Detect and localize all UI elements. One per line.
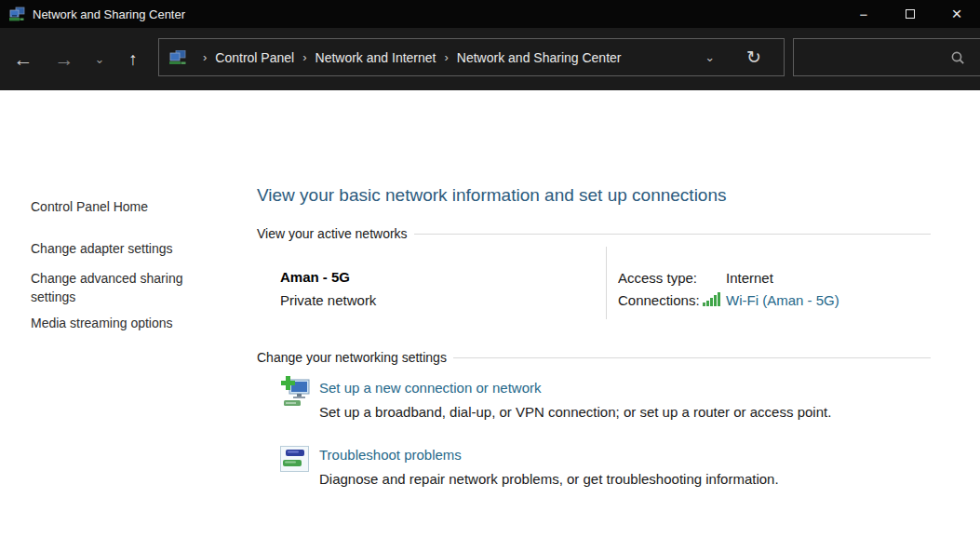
network-details-divider	[606, 247, 607, 319]
active-networks-section-header: View your active networks	[257, 226, 931, 241]
section-rule	[453, 357, 931, 358]
new-connection-icon[interactable]	[278, 375, 312, 409]
access-type-label: Access type:	[618, 270, 697, 286]
title-bar: Network and Sharing Center − ×	[0, 0, 980, 28]
recent-locations-button[interactable]: ⌄	[87, 28, 112, 90]
breadcrumb-separator-icon: ›	[203, 50, 207, 64]
network-type: Private network	[280, 292, 376, 308]
back-button[interactable]: ←	[7, 28, 39, 90]
forward-icon: →	[55, 48, 74, 71]
navigation-bar: ← → ⌄ ↑ › Control Panel › Network and In…	[0, 28, 980, 90]
networking-settings-label: Change your networking settings	[257, 350, 447, 365]
section-rule	[414, 234, 931, 235]
content-area: Control Panel Home Change adapter settin…	[0, 90, 980, 538]
up-button[interactable]: ↑	[117, 28, 149, 90]
chevron-down-icon: ⌄	[705, 50, 715, 64]
network-app-icon	[9, 7, 25, 22]
chevron-down-icon: ⌄	[95, 52, 105, 66]
troubleshoot-problems-description: Diagnose and repair network problems, or…	[319, 471, 779, 487]
maximize-icon	[906, 9, 915, 19]
close-icon: ×	[951, 4, 961, 24]
sidebar-item-change-advanced-sharing-settings[interactable]: Change advanced sharing settings	[31, 269, 196, 306]
wifi-connection-link[interactable]: Wi-Fi (Aman - 5G)	[726, 292, 839, 308]
sidebar-item-media-streaming-options[interactable]: Media streaming options	[31, 316, 217, 330]
sidebar-item-change-adapter-settings[interactable]: Change adapter settings	[31, 241, 217, 256]
minimize-button[interactable]: −	[840, 0, 887, 28]
forward-button[interactable]: →	[48, 28, 80, 90]
window-title: Network and Sharing Center	[33, 7, 185, 21]
network-name: Aman - 5G	[280, 269, 350, 285]
sidebar-item-control-panel-home[interactable]: Control Panel Home	[31, 199, 217, 214]
network-sharing-center-window: Network and Sharing Center − × ← → ⌄ ↑ ›…	[0, 0, 980, 538]
setup-new-connection-link[interactable]: Set up a new connection or network	[319, 380, 541, 396]
breadcrumb-network-and-sharing-center[interactable]: Network and Sharing Center	[457, 50, 622, 65]
window-controls: − ×	[840, 0, 980, 28]
breadcrumb-separator-icon: ›	[444, 50, 448, 64]
connections-label: Connections:	[618, 292, 700, 308]
maximize-button[interactable]	[887, 0, 933, 28]
breadcrumb-network-and-internet[interactable]: Network and Internet	[315, 50, 436, 65]
breadcrumb-control-panel[interactable]: Control Panel	[215, 50, 294, 65]
page-title: View your basic network information and …	[257, 185, 726, 206]
address-bar[interactable]: › Control Panel › Network and Internet ›…	[158, 38, 785, 76]
address-dropdown-button[interactable]: ⌄	[705, 50, 715, 64]
up-icon: ↑	[128, 49, 138, 70]
wifi-signal-icon	[703, 292, 722, 307]
back-icon: ←	[14, 48, 34, 71]
control-panel-location-icon	[168, 50, 187, 65]
breadcrumb-separator-icon: ›	[302, 50, 306, 64]
refresh-button[interactable]: ↻	[746, 47, 761, 68]
troubleshoot-problems-link[interactable]: Troubleshoot problems	[319, 447, 462, 463]
active-networks-label: View your active networks	[257, 226, 408, 241]
troubleshoot-icon[interactable]	[280, 446, 309, 472]
close-button[interactable]: ×	[933, 0, 980, 28]
setup-new-connection-description: Set up a broadband, dial-up, or VPN conn…	[319, 404, 831, 420]
refresh-icon: ↻	[746, 47, 761, 67]
search-icon	[950, 50, 965, 65]
access-type-value: Internet	[726, 270, 773, 286]
minimize-icon: −	[860, 7, 868, 22]
search-box[interactable]	[793, 38, 980, 76]
networking-settings-section-header: Change your networking settings	[257, 350, 931, 365]
